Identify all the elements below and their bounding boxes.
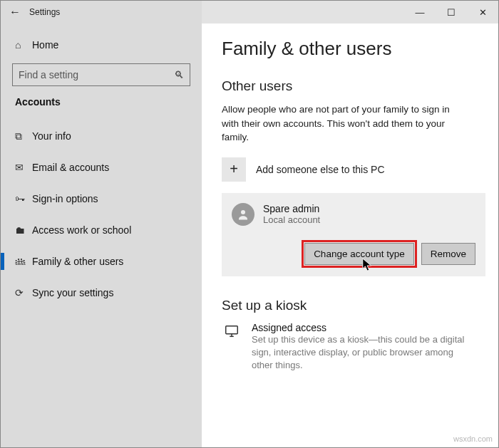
settings-window: ← Settings — ☐ ✕ ⌂ Home Find a setting 🔍… — [0, 0, 499, 448]
remove-button[interactable]: Remove — [421, 243, 475, 265]
kiosk-section: Set up a kiosk Assigned access Set up th… — [222, 298, 485, 373]
svg-rect-1 — [226, 325, 238, 333]
briefcase-icon: 🖿 — [15, 224, 32, 236]
id-card-icon: ⧉ — [15, 130, 32, 142]
user-type: Local account — [263, 214, 320, 225]
watermark: wsxdn.com — [453, 434, 493, 443]
titlebar: ← Settings — ☐ ✕ — [1, 1, 498, 24]
add-user-label: Add someone else to this PC — [256, 164, 385, 175]
plus-icon: + — [222, 157, 246, 182]
sidebar-item-access-work-school[interactable]: 🖿 Access work or school — [1, 214, 202, 246]
sidebar-item-label: Family & other users — [32, 256, 123, 267]
people-icon: 👪︎ — [15, 256, 32, 267]
sidebar-home[interactable]: ⌂ Home — [1, 31, 202, 59]
user-name: Spare admin — [263, 203, 320, 214]
other-users-heading: Other users — [222, 78, 485, 94]
close-button[interactable]: ✕ — [467, 1, 498, 24]
monitor-icon — [222, 322, 242, 373]
sidebar-item-label: Sign-in options — [32, 193, 98, 204]
search-input[interactable]: Find a setting 🔍︎ — [12, 63, 190, 86]
sidebar-item-sync-settings[interactable]: ⟳ Sync your settings — [1, 277, 202, 308]
sidebar-home-label: Home — [32, 39, 58, 51]
user-card[interactable]: Spare admin Local account Change account… — [222, 193, 485, 276]
sidebar-item-label: Access work or school — [32, 224, 131, 236]
assigned-access-title: Assigned access — [252, 322, 465, 333]
minimize-button[interactable]: — — [404, 1, 436, 24]
add-user-row[interactable]: + Add someone else to this PC — [222, 157, 485, 182]
sidebar-item-sign-in-options[interactable]: 🗝 Sign-in options — [1, 183, 202, 214]
active-indicator — [1, 253, 4, 270]
maximize-button[interactable]: ☐ — [436, 1, 467, 24]
sidebar-item-label: Sync your settings — [32, 287, 113, 298]
sidebar-nav-list: ⧉ Your info ✉ Email & accounts 🗝 Sign-in… — [1, 120, 202, 308]
sidebar-item-label: Your info — [32, 130, 71, 142]
change-account-type-button[interactable]: Change account type — [304, 243, 414, 265]
content-pane: Family & other users Other users Allow p… — [202, 24, 498, 447]
avatar-icon — [232, 203, 254, 226]
user-card-header: Spare admin Local account — [232, 203, 475, 226]
sync-icon: ⟳ — [15, 287, 32, 298]
assigned-access-row[interactable]: Assigned access Set up this device as a … — [222, 322, 485, 373]
assigned-access-description: Set up this device as a kiosk—this could… — [252, 333, 465, 373]
sidebar: ⌂ Home Find a setting 🔍︎ Accounts ⧉ Your… — [1, 24, 202, 447]
sidebar-category-title: Accounts — [1, 93, 202, 120]
user-actions: Change account type Remove — [232, 243, 475, 265]
sidebar-item-email-accounts[interactable]: ✉ Email & accounts — [1, 152, 202, 183]
svg-point-0 — [241, 210, 245, 214]
search-icon: 🔍︎ — [174, 69, 184, 80]
back-button[interactable]: ← — [1, 6, 29, 19]
kiosk-heading: Set up a kiosk — [222, 298, 485, 313]
key-icon: 🗝 — [15, 193, 32, 204]
sidebar-item-label: Email & accounts — [32, 162, 109, 173]
page-title: Family & other users — [222, 38, 485, 60]
home-icon: ⌂ — [15, 39, 32, 51]
app-title: Settings — [29, 7, 60, 17]
other-users-description: Allow people who are not part of your fa… — [222, 103, 464, 145]
window-controls: — ☐ ✕ — [404, 1, 498, 24]
mail-icon: ✉ — [15, 162, 32, 173]
search-placeholder: Find a setting — [19, 69, 174, 80]
sidebar-item-your-info[interactable]: ⧉ Your info — [1, 120, 202, 152]
sidebar-item-family-other-users[interactable]: 👪︎ Family & other users — [1, 246, 202, 277]
